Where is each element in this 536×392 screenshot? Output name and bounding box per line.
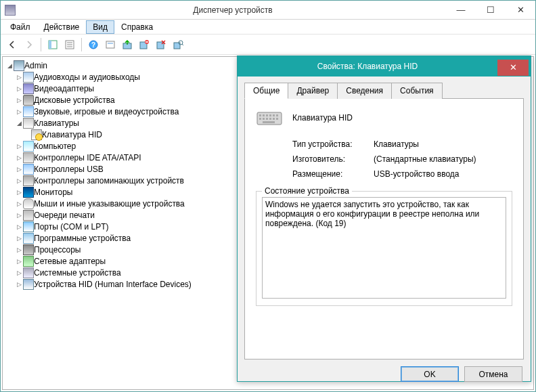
sys-icon (23, 267, 34, 278)
sound-icon (23, 106, 34, 117)
svg-rect-25 (259, 118, 261, 120)
monitor-icon (23, 187, 34, 198)
property-grid: Тип устройства: Клавиатуры Изготовитель:… (292, 139, 512, 179)
tree-label: Процессоры (34, 245, 81, 255)
tree-label: Дисковые устройства (34, 95, 115, 105)
tab-driver[interactable]: Драйвер (288, 83, 338, 99)
status-text[interactable] (262, 197, 506, 299)
expand-icon[interactable]: ▷ (15, 85, 23, 93)
cancel-button[interactable]: Отмена (464, 366, 522, 382)
root-label: Admin (24, 61, 47, 70)
prop-loc-label: Размещение: (292, 169, 374, 179)
dialog-titlebar: Свойства: Клавиатура HID ✕ (238, 56, 531, 77)
dialog-close-button[interactable]: ✕ (497, 60, 529, 76)
collapse-icon[interactable]: ◢ (5, 62, 14, 70)
show-hide-tree-button[interactable] (45, 37, 60, 52)
expand-icon[interactable]: ▷ (15, 211, 23, 219)
kbd-err-icon (31, 129, 42, 140)
close-button[interactable]: ✕ (506, 2, 535, 18)
expand-icon[interactable]: ▷ (15, 73, 23, 81)
svg-rect-28 (269, 118, 271, 120)
menu-view[interactable]: Вид (86, 20, 114, 34)
svg-rect-21 (266, 114, 268, 116)
maximize-button[interactable]: ☐ (476, 2, 506, 18)
properties-button[interactable] (62, 37, 77, 52)
svg-rect-9 (108, 43, 113, 44)
tree-label: Контроллеры IDE ATA/ATAPI (34, 153, 141, 162)
tree-label: Порты (COM и LPT) (34, 222, 109, 232)
print-icon (23, 210, 34, 221)
expand-icon[interactable]: ▷ (15, 246, 23, 254)
expand-icon[interactable]: ▷ (15, 177, 23, 185)
svg-rect-8 (106, 41, 114, 48)
svg-rect-24 (276, 114, 278, 116)
svg-rect-29 (273, 118, 275, 120)
expand-icon[interactable]: ▷ (15, 200, 23, 208)
tree-label: Звуковые, игровые и видеоустройства (34, 107, 179, 116)
expand-icon[interactable]: ▷ (15, 96, 23, 104)
expand-icon[interactable]: ▷ (15, 257, 23, 265)
tree-label: Сетевые адаптеры (34, 257, 106, 266)
scan-hardware-button[interactable] (171, 37, 185, 52)
hid-icon (23, 279, 34, 290)
disk-icon (23, 95, 34, 106)
back-button[interactable] (5, 37, 20, 52)
tab-general[interactable]: Общие (244, 83, 288, 99)
window-buttons: — ☐ ✕ (446, 2, 535, 18)
svg-rect-1 (49, 41, 51, 49)
tree-label: Устройства HID (Human Interface Devices) (34, 280, 192, 289)
kbd-icon (23, 118, 34, 129)
expand-icon[interactable]: ▷ (15, 154, 23, 162)
prop-loc-value: USB-устройство ввода (374, 169, 512, 179)
disable-button[interactable] (154, 37, 169, 52)
expand-icon[interactable]: ▷ (15, 188, 23, 196)
expand-icon[interactable]: ▷ (15, 269, 23, 277)
svg-rect-26 (263, 118, 265, 120)
audio-icon (23, 72, 34, 83)
svg-rect-31 (263, 121, 275, 123)
uninstall-button[interactable] (137, 37, 152, 52)
expand-icon[interactable]: ▷ (15, 108, 23, 116)
status-groupbox: Состояние устройства (256, 191, 512, 306)
app-icon (5, 5, 16, 16)
expand-icon[interactable]: ▷ (15, 165, 23, 173)
toolbar: ? (1, 35, 535, 55)
svg-rect-20 (263, 114, 265, 116)
scan-button[interactable] (103, 37, 118, 52)
mouse-icon (23, 198, 34, 209)
cpu-icon (23, 244, 34, 255)
comp-icon (23, 141, 34, 152)
ok-button[interactable]: OK (401, 366, 459, 382)
ide-icon (23, 152, 34, 163)
menu-file[interactable]: Файл (3, 20, 37, 34)
update-driver-button[interactable] (120, 37, 135, 52)
menu-help[interactable]: Справка (114, 20, 160, 34)
tab-body: Клавиатура HID Тип устройства: Клавиатур… (244, 98, 524, 360)
dialog-buttons: OK Отмена (238, 366, 531, 390)
tab-details[interactable]: Сведения (337, 83, 392, 99)
video-icon (23, 83, 34, 94)
tree-label: Контроллеры запоминающих устройств (34, 176, 184, 186)
menu-action[interactable]: Действие (37, 20, 87, 34)
net-icon (23, 256, 34, 267)
help-button[interactable]: ? (86, 37, 101, 52)
expand-icon[interactable]: ▷ (15, 234, 23, 242)
tree-label: Мыши и иные указывающие устройства (34, 199, 185, 209)
tree-label: Компьютер (34, 141, 76, 151)
svg-text:?: ? (91, 41, 95, 49)
collapse-icon[interactable]: ◢ (15, 119, 23, 127)
minimize-button[interactable]: — (446, 2, 476, 18)
tree-label: Программные устройства (34, 234, 131, 243)
tab-events[interactable]: События (391, 83, 443, 99)
device-header: Клавиатура HID (256, 108, 512, 127)
prop-mfr-label: Изготовитель: (292, 154, 374, 164)
expand-icon[interactable]: ▷ (15, 223, 23, 231)
menubar: Файл Действие Вид Справка (1, 20, 535, 35)
forward-button[interactable] (22, 37, 37, 52)
expand-icon[interactable]: ▷ (15, 280, 23, 288)
expand-icon[interactable]: ▷ (15, 142, 23, 150)
svg-rect-27 (266, 118, 268, 120)
tree-label: Очереди печати (34, 211, 95, 220)
keyboard-icon (256, 108, 283, 127)
status-group-title: Состояние устройства (262, 186, 352, 196)
